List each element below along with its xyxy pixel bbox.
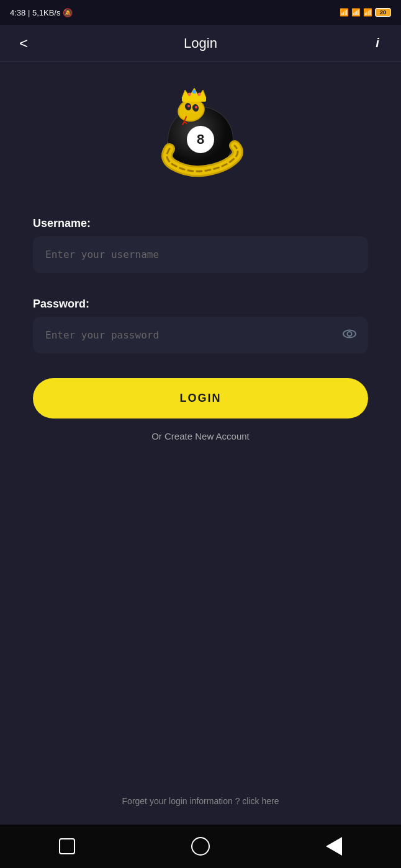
circle-icon	[191, 837, 210, 856]
nav-square-button[interactable]	[56, 835, 78, 857]
status-icons: 📶 📶 📶 20	[340, 8, 391, 17]
signal-icon-1: 📶	[340, 8, 349, 17]
back-button[interactable]: <	[12, 35, 35, 52]
password-input[interactable]	[33, 317, 368, 353]
toggle-password-icon[interactable]	[342, 327, 357, 343]
nav-home-button[interactable]	[189, 835, 212, 857]
main-content: 8	[0, 62, 401, 825]
page-title: Login	[184, 35, 217, 51]
password-label: Password:	[33, 298, 368, 311]
forgot-password-link[interactable]: Forget your login information ? click he…	[122, 796, 279, 825]
signal-icon-2: 📶	[351, 8, 361, 17]
username-section: Username: Password:	[33, 217, 368, 360]
info-button[interactable]: i	[366, 36, 389, 50]
svg-point-10	[195, 106, 197, 108]
top-navigation: < Login i	[0, 25, 401, 62]
password-wrapper	[33, 317, 368, 353]
status-time-network: 4:38 | 5,1KB/s 🔕	[10, 8, 73, 17]
battery-icon: 20	[375, 8, 391, 17]
svg-point-9	[187, 105, 190, 107]
username-field-group: Username:	[33, 217, 368, 291]
logo-area: 8	[145, 81, 256, 192]
svg-point-15	[198, 93, 201, 96]
username-label: Username:	[33, 217, 368, 230]
nav-back-button[interactable]	[323, 835, 345, 857]
login-button[interactable]: LOGIN	[33, 378, 368, 418]
svg-text:8: 8	[197, 131, 204, 147]
svg-point-13	[188, 93, 191, 96]
svg-rect-12	[182, 97, 206, 102]
svg-point-14	[192, 90, 196, 94]
app-logo: 8	[151, 87, 250, 186]
bottom-navigation	[0, 825, 401, 868]
username-input[interactable]	[33, 236, 368, 273]
wifi-icon: 📶	[363, 8, 372, 17]
svg-point-17	[348, 332, 352, 336]
create-account-link[interactable]: Or Create New Account	[151, 431, 250, 441]
status-bar: 4:38 | 5,1KB/s 🔕 📶 📶 📶 20	[0, 0, 401, 25]
password-field-group: Password:	[33, 298, 368, 353]
triangle-icon	[326, 837, 342, 856]
square-icon	[59, 838, 75, 854]
